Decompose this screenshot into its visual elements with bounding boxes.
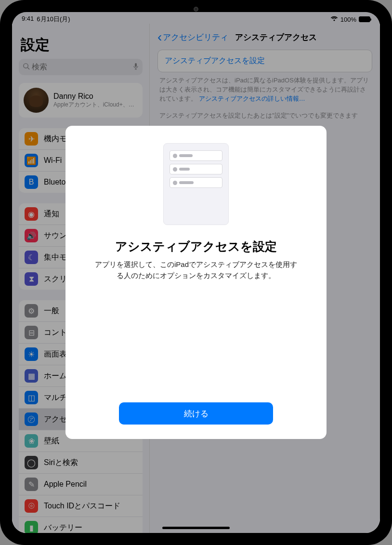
screen: 9:41 6月10日(月) 100% 設定 [12,12,380,533]
modal-title: アシスティブアクセスを設定 [115,239,277,254]
home-indicator[interactable] [162,527,230,529]
ipad-frame: 9:41 6月10日(月) 100% 設定 [0,0,392,545]
setup-modal: アシスティブアクセスを設定 アプリを選択して、このiPadでアシスティブアクセス… [65,126,327,439]
continue-button[interactable]: 続ける [119,402,273,425]
front-camera [194,7,198,12]
modal-body: アプリを選択して、このiPadでアシスティブアクセスを使用する人のためにオプショ… [94,259,298,281]
preview-graphic [163,143,229,225]
